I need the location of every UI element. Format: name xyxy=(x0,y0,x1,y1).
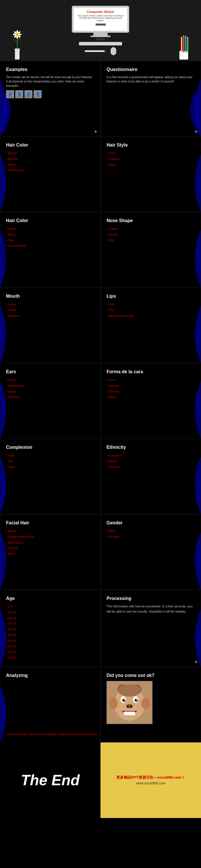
hair-style-list: Curly Straight Wavy xyxy=(106,151,195,167)
processing-text: The information will now be processed. I… xyxy=(106,604,195,614)
list-item: Round xyxy=(106,232,195,238)
card-the-end: The End xyxy=(0,742,100,818)
svg-point-33 xyxy=(127,705,129,708)
ears-list: Pointy Sticking out Large Medium xyxy=(6,377,95,400)
lips-list: Full Thin Medium thickness xyxy=(106,302,195,319)
card-ad: 更多精品PPT资源尽在—sucai999.com！ www.sucai999.c… xyxy=(100,742,201,818)
card-lips: Lips Full Thin Medium thickness xyxy=(100,288,201,363)
svg-marker-21 xyxy=(183,35,185,36)
list-item: Brown xyxy=(6,151,95,156)
card-questionnaire: Questionnaire In a few seconds a questio… xyxy=(100,61,201,136)
card-hair-style: Hair Style Curly Straight Wavy xyxy=(100,136,201,212)
list-item: Male xyxy=(106,528,195,534)
card-examples: Examples The results can be decent, but … xyxy=(0,61,100,136)
hair-color-2-list: Brown Black Blue Green/Mixed xyxy=(6,226,95,249)
list-item: 30-39 xyxy=(6,632,95,638)
card-hair-color-2: Hair Color Brown Black Blue Green/Mixed xyxy=(0,212,100,288)
svg-point-28 xyxy=(122,699,126,702)
list-item: Large xyxy=(6,302,95,307)
analyzing-title: Analyzing xyxy=(6,673,95,678)
card-age: Age 5-9 10-14 15-19 20-24 25-29 30-39 40… xyxy=(0,590,100,667)
examples-title: Examples xyxy=(6,67,95,72)
list-item: Straight xyxy=(106,156,195,162)
row-hair2-nose: Hair Color Brown Black Blue Green/Mixed … xyxy=(0,212,201,288)
hair-color-1-list: Brown Blonde Black Red/Auburn xyxy=(6,151,95,173)
card-processing: Processing The information will now be p… xyxy=(100,590,201,667)
list-item: Flat xyxy=(106,238,195,243)
svg-point-36 xyxy=(109,698,118,709)
svg-point-11 xyxy=(16,36,18,39)
list-item: Goatee/Moustache xyxy=(6,534,95,540)
list-item: 20-24 xyxy=(6,621,95,627)
questionnaire-text: In a few seconds a questionnaire will ap… xyxy=(106,75,195,84)
svg-point-37 xyxy=(141,698,150,709)
list-item: Oval xyxy=(106,377,195,383)
row-end-ad: The End 更多精品PPT资源尽在—sucai999.com！ www.su… xyxy=(0,742,201,818)
svg-rect-17 xyxy=(183,36,185,52)
questionnaire-title: Questionnaire xyxy=(106,67,195,72)
list-item: Thin xyxy=(106,307,195,313)
svg-rect-18 xyxy=(185,37,187,52)
list-item: Blue xyxy=(6,238,95,243)
svg-line-3 xyxy=(14,39,17,42)
svg-marker-22 xyxy=(185,35,187,37)
list-item: Pointy xyxy=(6,377,95,383)
list-item: Sticking out xyxy=(6,383,95,389)
mouth-list: Large Small Medium xyxy=(6,302,95,319)
svg-rect-35 xyxy=(124,712,135,715)
facial-hair-title: Facial Hair xyxy=(6,520,95,526)
list-item: Tan xyxy=(6,459,95,464)
lips-title: Lips xyxy=(106,293,195,299)
list-item: European xyxy=(106,453,195,459)
list-item: Brown xyxy=(6,226,95,232)
list-item: Large xyxy=(6,389,95,395)
list-item: None xyxy=(6,551,95,557)
list-item: Wavy xyxy=(106,162,195,168)
list-item: Red/Auburn xyxy=(6,167,95,173)
card-result: Did you come out ok? xyxy=(100,667,201,742)
result-image xyxy=(106,681,153,724)
row-complexion-ethnicity: Complexion Pale Tan Dark Ethnicity Europ… xyxy=(0,439,201,514)
result-title: Did you come out ok? xyxy=(106,673,195,678)
svg-rect-16 xyxy=(181,38,182,52)
svg-marker-20 xyxy=(181,36,182,38)
list-item: 60-69 xyxy=(6,649,95,655)
svg-point-29 xyxy=(135,699,138,702)
ethnicity-title: Ethnicity xyxy=(106,445,195,450)
row-age-processing: Age 5-9 10-14 15-19 20-24 25-29 30-39 40… xyxy=(0,590,201,667)
list-item: Black xyxy=(6,162,95,168)
list-item: Dark xyxy=(6,464,95,470)
nav-arrow-processing[interactable]: ▶ xyxy=(195,660,198,664)
list-item: Chubby xyxy=(106,389,195,395)
list-item: 70-79 xyxy=(6,655,95,661)
card-ears: Ears Pointy Sticking out Large Medium xyxy=(0,363,100,439)
nav-arrow-questionnaire[interactable]: ▶ xyxy=(195,129,198,133)
svg-rect-19 xyxy=(187,38,188,52)
svg-marker-23 xyxy=(187,36,188,38)
nav-arrow-examples[interactable]: ▶ xyxy=(95,129,97,133)
svg-point-13 xyxy=(13,34,16,35)
monitor-title: Composite Sketch xyxy=(76,10,125,13)
age-title: Age xyxy=(6,596,95,601)
monitor-description: This program creates a sketch of your fa… xyxy=(76,14,125,22)
gender-title: Gender xyxy=(106,520,195,526)
svg-point-9 xyxy=(19,34,22,35)
hair-color-2-title: Hair Color xyxy=(6,218,95,223)
processing-title: Processing xyxy=(106,596,195,601)
svg-point-7 xyxy=(16,30,18,33)
nose-shape-title: Nose Shape xyxy=(106,218,195,223)
list-item: Oriental xyxy=(106,464,195,470)
forma-cara-list: Oval Narrow Chubby Bony xyxy=(106,377,195,400)
gender-list: Male Female xyxy=(106,528,195,540)
mouth-title: Mouth xyxy=(6,293,95,299)
complexion-list: Pale Tan Dark xyxy=(6,453,95,470)
forma-cara-title: Forma de la cara xyxy=(106,369,195,374)
list-item: Small xyxy=(6,307,95,313)
ethnicity-list: European African Oriental xyxy=(106,453,195,470)
svg-point-31 xyxy=(136,699,137,700)
list-item: 40-49 xyxy=(6,638,95,644)
list-item: 10-14 xyxy=(6,610,95,615)
card-complexion: Complexion Pale Tan Dark xyxy=(0,439,100,514)
row-facial-hair-gender: Facial Hair Beard Goatee/Moustache Moust… xyxy=(0,514,201,590)
card-hair-color-1: Hair Color Brown Blonde Black Red/Auburn xyxy=(0,136,100,212)
